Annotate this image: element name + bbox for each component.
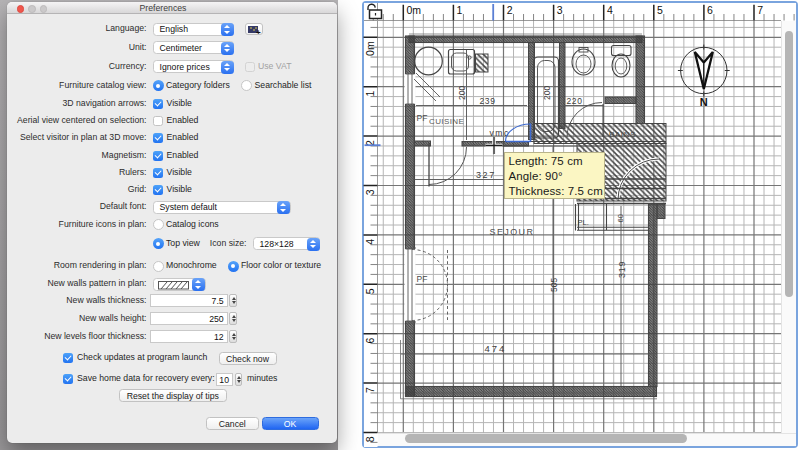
svg-text:BAINS: BAINS — [609, 130, 636, 139]
svg-text:4: 4 — [607, 4, 613, 16]
svg-text:PF: PF — [417, 113, 428, 123]
svg-text:60: 60 — [616, 214, 625, 222]
svg-text:220: 220 — [567, 96, 583, 106]
svg-text:1: 1 — [457, 4, 463, 16]
svg-text:6: 6 — [707, 4, 713, 16]
svg-text:319: 319 — [617, 261, 627, 278]
svg-text:0m: 0m — [407, 4, 422, 16]
svg-text:SEJOUR: SEJOUR — [490, 227, 535, 237]
svg-text:3: 3 — [364, 189, 376, 195]
svg-text:N: N — [700, 96, 708, 108]
svg-text:8: 8 — [364, 436, 376, 442]
svg-text:CUISINE: CUISINE — [429, 117, 464, 126]
svg-text:505: 505 — [549, 278, 559, 292]
svg-text:239: 239 — [480, 96, 496, 106]
svg-text:PF: PF — [417, 274, 428, 284]
svg-text:200: 200 — [457, 86, 467, 100]
svg-text:6: 6 — [364, 338, 376, 344]
svg-text:5: 5 — [364, 288, 376, 294]
svg-text:7: 7 — [757, 4, 763, 16]
svg-text:3: 3 — [557, 4, 563, 16]
svg-text:200: 200 — [542, 86, 552, 100]
svg-text:474: 474 — [485, 343, 507, 354]
svg-text:PL.: PL. — [578, 218, 589, 227]
svg-text:327: 327 — [476, 170, 496, 180]
svg-text:0m: 0m — [364, 41, 376, 56]
svg-text:2: 2 — [507, 4, 513, 16]
svg-text:4: 4 — [364, 239, 376, 245]
svg-text:1: 1 — [364, 91, 376, 97]
svg-text:7: 7 — [364, 387, 376, 393]
svg-text:5: 5 — [657, 4, 663, 16]
